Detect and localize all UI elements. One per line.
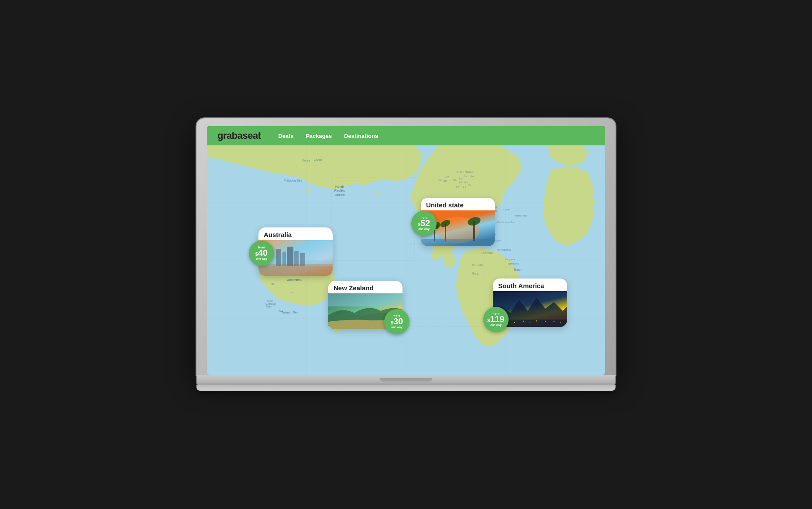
svg-text:Puerto Rico: Puerto Rico xyxy=(514,214,527,217)
svg-rect-76 xyxy=(300,253,305,266)
svg-text:Bight: Bight xyxy=(266,305,272,308)
svg-text:Venezuela: Venezuela xyxy=(497,248,511,251)
card-title-nz: New Zealand xyxy=(328,281,403,293)
nav-destinations[interactable]: Destinations xyxy=(344,133,378,139)
svg-text:Caribbean Sea: Caribbean Sea xyxy=(497,220,516,224)
logo-text-accent: seat xyxy=(242,130,261,141)
svg-text:KS: KS xyxy=(453,179,457,181)
svg-text:TAS: TAS xyxy=(279,310,283,313)
navbar: grabaseat Deals Packages Destinations xyxy=(207,126,605,145)
card-title-us: United state xyxy=(421,198,495,210)
laptop-bottom xyxy=(196,385,616,391)
nav-deals[interactable]: Deals xyxy=(278,133,293,139)
svg-text:VIC: VIC xyxy=(290,291,294,294)
svg-point-97 xyxy=(545,321,546,322)
svg-text:AR: AR xyxy=(459,181,463,183)
svg-text:Cuba: Cuba xyxy=(503,208,509,211)
svg-text:Korea: Korea xyxy=(303,159,310,162)
svg-text:United States: United States xyxy=(456,171,474,174)
svg-text:SA: SA xyxy=(271,283,275,285)
svg-text:Japan: Japan xyxy=(314,158,322,162)
svg-rect-88 xyxy=(328,293,403,306)
svg-text:North: North xyxy=(335,185,344,189)
svg-rect-74 xyxy=(287,247,293,266)
svg-text:AL: AL xyxy=(468,183,471,186)
card-title-australia: Australia xyxy=(258,227,333,240)
svg-text:LA: LA xyxy=(463,186,466,189)
svg-point-99 xyxy=(560,322,561,323)
svg-text:Pacific: Pacific xyxy=(334,189,345,193)
destination-card-australia[interactable]: from $ 40 one way Australia xyxy=(258,227,333,276)
price-amount-nz: 30 xyxy=(393,317,403,326)
laptop-notch xyxy=(380,378,432,382)
svg-point-2 xyxy=(307,186,310,193)
svg-text:AZ: AZ xyxy=(438,179,442,181)
destination-card-sa[interactable]: from $ 119 one way South America xyxy=(493,279,567,327)
svg-rect-86 xyxy=(421,239,495,246)
logo-text-main: graba xyxy=(217,130,242,141)
svg-point-93 xyxy=(514,322,515,323)
price-amount-sa: 119 xyxy=(490,315,504,323)
laptop-base-bar xyxy=(196,375,616,385)
svg-text:Ocean: Ocean xyxy=(334,193,345,197)
svg-rect-72 xyxy=(276,249,281,266)
logo[interactable]: grabaseat xyxy=(217,130,261,141)
svg-text:MS: MS xyxy=(464,181,468,184)
laptop-bezel: grabaseat Deals Packages Destinations xyxy=(196,118,616,375)
svg-point-5 xyxy=(375,190,379,193)
nav-packages[interactable]: Packages xyxy=(306,133,332,139)
card-title-sa: South America xyxy=(493,279,567,291)
price-oneway-nz: one way xyxy=(391,326,403,329)
svg-rect-75 xyxy=(294,251,299,266)
svg-point-98 xyxy=(554,321,555,322)
svg-text:TX: TX xyxy=(456,186,459,189)
svg-text:CO: CO xyxy=(445,176,449,179)
svg-text:Brazil: Brazil xyxy=(514,268,522,272)
map-area: North Pacific Ocean South Pacific Ocean … xyxy=(207,145,605,375)
svg-point-96 xyxy=(536,320,537,322)
laptop-wrapper: grabaseat Deals Packages Destinations xyxy=(196,118,616,391)
destination-card-us[interactable]: from $ 52 one way United state xyxy=(421,198,495,246)
svg-point-94 xyxy=(523,321,524,322)
laptop-screen: grabaseat Deals Packages Destinations xyxy=(207,126,605,375)
nav-links: Deals Packages Destinations xyxy=(278,133,378,139)
svg-rect-73 xyxy=(282,252,286,266)
price-amount-australia: 40 xyxy=(258,248,268,257)
svg-point-95 xyxy=(530,322,530,323)
svg-rect-70 xyxy=(258,264,333,276)
price-oneway-us: one way xyxy=(418,227,430,231)
svg-text:Philippine Sea: Philippine Sea xyxy=(284,179,303,182)
price-amount-us: 52 xyxy=(420,219,430,227)
svg-text:NSW: NSW xyxy=(296,279,302,282)
svg-text:Suriname: Suriname xyxy=(508,262,520,265)
svg-text:Tasman Sea: Tasman Sea xyxy=(282,311,299,314)
svg-text:Australian: Australian xyxy=(265,303,276,305)
svg-text:MO: MO xyxy=(459,177,464,180)
svg-text:TN: TN xyxy=(464,175,468,178)
svg-text:GA: GA xyxy=(470,175,474,178)
svg-text:Peru: Peru xyxy=(472,272,478,275)
svg-text:Great: Great xyxy=(267,299,274,302)
svg-text:Colombia: Colombia xyxy=(481,251,493,254)
destination-card-nz[interactable]: from $ 30 one way New Zealand xyxy=(328,281,403,329)
svg-text:NM: NM xyxy=(444,180,447,182)
svg-text:Guyana: Guyana xyxy=(506,258,515,261)
price-oneway-sa: one way xyxy=(490,323,502,327)
app-container: grabaseat Deals Packages Destinations xyxy=(207,126,605,375)
svg-text:Ecuador: Ecuador xyxy=(472,264,484,267)
price-oneway-australia: one way xyxy=(256,257,267,261)
